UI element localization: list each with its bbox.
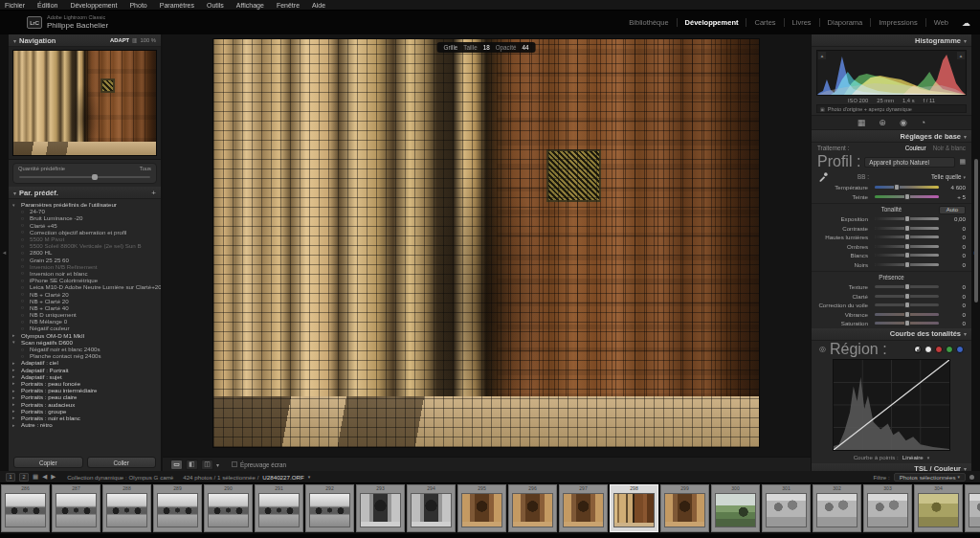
menu-item[interactable]: Affichage xyxy=(236,2,264,9)
navigator-preview[interactable] xyxy=(9,47,161,160)
grid-overlay-controls[interactable]: Grille Taille 18 Opacité 44 xyxy=(437,42,536,53)
photo-canvas[interactable]: Grille Taille 18 Opacité 44 xyxy=(213,39,759,447)
slider-track[interactable] xyxy=(875,295,939,298)
menu-item[interactable]: Outils xyxy=(207,2,224,9)
preset-row[interactable]: ○ Inversion N/B Refinement xyxy=(12,263,161,270)
treatment-color-option[interactable]: Couleur xyxy=(905,145,926,151)
preset-row[interactable]: ○ Bruit Luminance -20 xyxy=(12,214,161,221)
filmstrip-thumbnail[interactable]: 290 xyxy=(204,484,253,532)
profile-browser-icon[interactable]: ▦ xyxy=(959,158,966,166)
slider-track[interactable] xyxy=(875,322,939,325)
slider-thumb[interactable] xyxy=(904,283,910,290)
menu-item[interactable]: Paramètres xyxy=(160,2,194,9)
filmstrip-thumbnail[interactable]: 286 xyxy=(1,484,50,532)
filmstrip-thumbnail[interactable]: 293 xyxy=(356,484,405,532)
preset-row[interactable]: ▾ Scan négatifs D600 xyxy=(12,339,161,346)
module-tab[interactable]: Cartes xyxy=(746,18,777,27)
filmstrip-thumbnail[interactable]: 304 xyxy=(914,484,963,532)
view-button[interactable]: ▭ xyxy=(170,460,183,470)
menu-item[interactable]: Aide xyxy=(312,2,325,9)
preset-row[interactable]: ○ NB D uniquement xyxy=(12,311,161,318)
point-curve-select[interactable]: Linéaire xyxy=(902,454,924,460)
filter-select[interactable]: Photos sélectionnées ▾ xyxy=(894,473,966,482)
preset-row[interactable]: ○ Leica M10-D Adobe Neutre Lumière sur C… xyxy=(12,283,161,290)
shadow-clipping-toggle[interactable]: ▲ xyxy=(818,52,826,59)
right-panel-scrollbar[interactable] xyxy=(974,159,978,303)
slider-thumb[interactable] xyxy=(904,215,910,222)
preset-row[interactable]: ○ Négatif couleur xyxy=(12,325,161,331)
slider-thumb[interactable] xyxy=(894,184,900,191)
filmstrip-thumbnail[interactable]: 295 xyxy=(457,484,506,532)
preset-row[interactable]: ○ NB + Clarté 20 xyxy=(12,298,161,304)
slider-track[interactable] xyxy=(875,217,939,220)
current-filename[interactable]: U2840227.ORF xyxy=(262,474,303,481)
preset-row[interactable]: ○ NB + Clarté 20 xyxy=(12,290,161,297)
wb-eyedropper-icon[interactable] xyxy=(817,171,829,183)
slider-track[interactable] xyxy=(875,303,939,306)
filmstrip-thumbnail[interactable]: 300 xyxy=(711,484,760,532)
slider-thumb[interactable] xyxy=(904,234,910,240)
highlight-clipping-toggle[interactable]: ▲ xyxy=(957,52,965,59)
slider-thumb[interactable] xyxy=(904,193,910,200)
preset-row[interactable]: ▸ Portraits : noir et blanc xyxy=(12,415,161,421)
filmstrip-thumbnail[interactable]: 299 xyxy=(660,484,709,532)
cloud-sync-icon[interactable]: ☁ xyxy=(962,18,970,28)
filmstrip-thumbnail[interactable]: 291 xyxy=(255,484,303,532)
main-window-button[interactable]: 1 xyxy=(6,473,15,482)
preset-row[interactable]: ○ 24-70 xyxy=(12,208,161,214)
slider-track[interactable] xyxy=(875,186,939,189)
red-eye-tool-icon[interactable]: ◉ xyxy=(900,119,907,127)
wb-select[interactable]: Telle quelle ▾ xyxy=(931,173,966,180)
preset-row[interactable]: ▸ Portraits : groupe xyxy=(12,408,161,415)
targeted-adjustment-icon[interactable]: ◎ xyxy=(819,345,826,353)
slider-track[interactable] xyxy=(875,195,939,198)
menu-item[interactable]: Fenêtre xyxy=(277,2,300,9)
preset-row[interactable]: ▸ Portraits : peau foncée xyxy=(12,380,161,387)
module-tab[interactable]: Livres xyxy=(784,18,813,27)
preset-row[interactable]: ▸ Portraits : audacieux xyxy=(12,400,161,407)
grid-opacity-value[interactable]: 44 xyxy=(522,44,528,51)
preset-row[interactable]: ▸ Olympus OM-D M1 MkII xyxy=(12,332,161,339)
tone-curve-panel-header[interactable]: Courbe des tonalités ▾ xyxy=(812,328,971,341)
red-channel-button[interactable] xyxy=(935,346,943,353)
slider-track[interactable] xyxy=(875,254,939,257)
filmstrip-thumbnail[interactable]: 305 xyxy=(965,484,980,532)
menu-item[interactable]: Fichier xyxy=(5,2,25,9)
preset-row[interactable]: ○ iPhone SE Colorimétrique xyxy=(12,277,161,283)
filmstrip-thumbnail[interactable]: 301 xyxy=(762,484,811,532)
slider-thumb[interactable] xyxy=(904,243,910,250)
view-button[interactable]: ◧ xyxy=(186,460,198,470)
slider-track[interactable] xyxy=(875,313,939,316)
filmstrip-thumbnail[interactable]: 292 xyxy=(305,484,354,532)
preset-row[interactable]: ▸ Portraits : peau intermédiaire xyxy=(12,387,161,393)
amount-slider[interactable] xyxy=(19,176,150,178)
collapse-left-panel-arrow[interactable]: ◂ xyxy=(0,34,9,471)
filmstrip-thumbnail[interactable]: 288 xyxy=(102,484,151,532)
slider-thumb[interactable] xyxy=(904,261,910,268)
menu-item[interactable]: Photo xyxy=(129,2,146,9)
preset-row[interactable]: ○ 5500 M Pivot xyxy=(12,235,161,242)
preset-row[interactable]: ○ NB + Clarté 40 xyxy=(12,304,161,311)
slider-thumb[interactable] xyxy=(904,252,910,258)
paste-settings-button[interactable]: Coller xyxy=(87,457,157,468)
healing-tool-icon[interactable]: ⊕ xyxy=(879,119,886,127)
view-button[interactable]: ◫ xyxy=(201,460,213,470)
preset-row[interactable]: ○ Correction objectif aberration et prof… xyxy=(12,229,161,235)
preset-row[interactable]: ○ 5500 Soleil 8800K Verticale (2e sel) S… xyxy=(12,242,161,249)
navigation-panel-header[interactable]: ▾ Navigation ADAPT ▥ 100 % xyxy=(9,34,161,47)
crop-tool-icon[interactable]: ▦ xyxy=(858,119,866,127)
preset-row[interactable]: ○ NB Mélange 0 xyxy=(12,318,161,325)
preset-row[interactable]: ○ Inversion noir et blanc xyxy=(12,270,161,277)
preset-row[interactable]: ▸ Adaptatif : Portrait xyxy=(12,367,161,373)
green-channel-button[interactable] xyxy=(946,346,953,353)
module-tab[interactable]: Web xyxy=(925,18,950,27)
preset-row[interactable]: ○ 2800 HL xyxy=(12,249,161,256)
filmstrip-thumbnail[interactable]: 287 xyxy=(52,484,100,532)
treatment-bw-option[interactable]: Noir & blanc xyxy=(933,145,966,151)
masking-tool-icon[interactable]: ◔ xyxy=(921,119,925,127)
preset-row[interactable]: ▾ Paramètres prédéfinis de l'utilisateur xyxy=(12,201,161,208)
copy-settings-button[interactable]: Copier xyxy=(13,457,83,468)
second-window-button[interactable]: 2 xyxy=(19,473,29,482)
zoom-level[interactable]: 100 % xyxy=(141,37,156,43)
slider-thumb[interactable] xyxy=(904,293,910,300)
